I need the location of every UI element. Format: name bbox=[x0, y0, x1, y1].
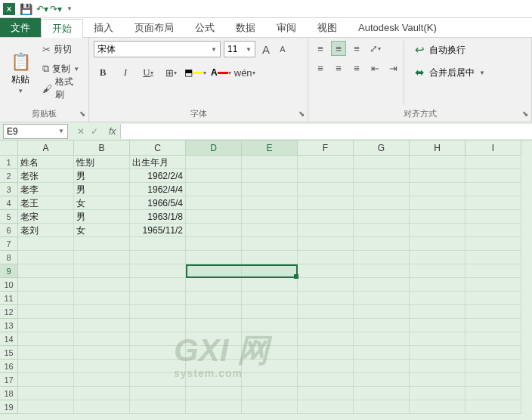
cell[interactable] bbox=[18, 264, 74, 278]
cell[interactable] bbox=[298, 183, 354, 196]
cell[interactable] bbox=[242, 237, 298, 251]
row-header[interactable]: 1 bbox=[0, 156, 18, 169]
decrease-font-button[interactable]: A bbox=[275, 41, 290, 57]
cell[interactable] bbox=[466, 183, 521, 196]
cell[interactable] bbox=[186, 169, 242, 183]
cell[interactable] bbox=[354, 400, 410, 414]
cell[interactable] bbox=[242, 210, 298, 224]
cell[interactable] bbox=[74, 251, 130, 264]
cell[interactable] bbox=[298, 196, 354, 210]
align-middle-button[interactable]: ≡ bbox=[331, 41, 346, 56]
cell[interactable] bbox=[186, 183, 242, 196]
alignment-launcher-icon[interactable]: ⬊ bbox=[522, 110, 528, 118]
cell[interactable] bbox=[466, 373, 521, 387]
cell[interactable] bbox=[242, 156, 298, 169]
increase-indent-button[interactable]: ⇥ bbox=[385, 60, 401, 76]
cell[interactable] bbox=[18, 387, 74, 400]
cell[interactable] bbox=[298, 224, 354, 237]
row-header[interactable]: 18 bbox=[0, 387, 18, 400]
cell[interactable] bbox=[242, 264, 298, 278]
cell[interactable] bbox=[74, 332, 130, 346]
accept-formula-button[interactable]: ✓ bbox=[91, 126, 98, 137]
cell[interactable] bbox=[130, 332, 186, 346]
cell[interactable]: 男 bbox=[74, 169, 130, 183]
tab-view[interactable]: 视图 bbox=[307, 18, 348, 37]
cell[interactable] bbox=[354, 224, 410, 237]
cell[interactable] bbox=[354, 373, 410, 387]
cell[interactable] bbox=[298, 332, 354, 346]
cell[interactable] bbox=[74, 373, 130, 387]
cell[interactable] bbox=[18, 237, 74, 251]
copy-button[interactable]: ⧉复制▼ bbox=[39, 60, 84, 77]
cell[interactable] bbox=[130, 373, 186, 387]
cell[interactable] bbox=[410, 169, 466, 183]
cell[interactable] bbox=[410, 387, 466, 400]
cell[interactable] bbox=[354, 156, 410, 169]
cell[interactable] bbox=[18, 332, 74, 346]
cell[interactable] bbox=[74, 400, 130, 414]
cell[interactable] bbox=[242, 360, 298, 373]
cell[interactable] bbox=[242, 400, 298, 414]
cell[interactable] bbox=[466, 360, 521, 373]
cell[interactable] bbox=[354, 305, 410, 319]
cell[interactable] bbox=[354, 264, 410, 278]
cell[interactable] bbox=[186, 400, 242, 414]
cell[interactable] bbox=[130, 251, 186, 264]
tab-home[interactable]: 开始 bbox=[41, 19, 83, 38]
cell[interactable] bbox=[130, 319, 186, 332]
cell[interactable] bbox=[18, 373, 74, 387]
font-launcher-icon[interactable]: ⬊ bbox=[298, 110, 305, 118]
cell[interactable] bbox=[410, 237, 466, 251]
cell[interactable] bbox=[466, 332, 521, 346]
cell[interactable] bbox=[298, 360, 354, 373]
cell[interactable] bbox=[354, 346, 410, 360]
cell[interactable] bbox=[130, 400, 186, 414]
cell[interactable] bbox=[298, 278, 354, 292]
cell[interactable] bbox=[354, 278, 410, 292]
cell[interactable] bbox=[298, 292, 354, 305]
spreadsheet-grid[interactable]: ABCDEFGHI 12345678910111213141516171819 … bbox=[0, 141, 532, 420]
cell[interactable] bbox=[130, 264, 186, 278]
cell[interactable] bbox=[74, 278, 130, 292]
cell[interactable] bbox=[242, 332, 298, 346]
cut-button[interactable]: ✂剪切 bbox=[39, 41, 84, 57]
cell[interactable]: 1963/1/8 bbox=[130, 210, 186, 224]
cell[interactable] bbox=[410, 210, 466, 224]
cell[interactable] bbox=[410, 400, 466, 414]
cell[interactable] bbox=[410, 305, 466, 319]
column-header[interactable]: H bbox=[410, 141, 466, 156]
cell[interactable] bbox=[298, 319, 354, 332]
cell[interactable] bbox=[298, 264, 354, 278]
paste-button[interactable]: 📋 粘贴 ▼ bbox=[5, 41, 36, 105]
cell[interactable] bbox=[18, 319, 74, 332]
cell[interactable] bbox=[74, 237, 130, 251]
cell[interactable] bbox=[466, 237, 521, 251]
cell[interactable]: 女 bbox=[74, 224, 130, 237]
bold-button[interactable]: B bbox=[94, 63, 112, 82]
cell[interactable] bbox=[410, 251, 466, 264]
cell[interactable] bbox=[186, 373, 242, 387]
cell[interactable] bbox=[466, 224, 521, 237]
row-header[interactable]: 8 bbox=[0, 251, 18, 264]
column-header[interactable]: G bbox=[354, 141, 410, 156]
align-bottom-button[interactable]: ≡ bbox=[349, 41, 364, 56]
fill-color-button[interactable]: ⬒▾ bbox=[184, 67, 206, 78]
cancel-formula-button[interactable]: ✕ bbox=[77, 126, 85, 137]
italic-button[interactable]: I bbox=[116, 63, 135, 82]
row-header[interactable]: 3 bbox=[0, 183, 18, 196]
row-header[interactable]: 14 bbox=[0, 332, 18, 346]
cell[interactable] bbox=[466, 169, 521, 183]
cell[interactable] bbox=[242, 305, 298, 319]
fx-icon[interactable]: fx bbox=[104, 126, 120, 137]
row-header[interactable]: 6 bbox=[0, 224, 18, 237]
cell[interactable] bbox=[354, 292, 410, 305]
row-header[interactable]: 5 bbox=[0, 210, 18, 224]
cell[interactable]: 老李 bbox=[18, 183, 74, 196]
cell[interactable] bbox=[410, 224, 466, 237]
orientation-button[interactable]: ⤢▾ bbox=[367, 41, 382, 56]
tab-page-layout[interactable]: 页面布局 bbox=[124, 18, 184, 37]
merge-center-button[interactable]: ⬌合并后居中▼ bbox=[410, 63, 490, 82]
cell[interactable] bbox=[298, 156, 354, 169]
cell[interactable] bbox=[242, 224, 298, 237]
align-right-button[interactable]: ≡ bbox=[349, 60, 364, 76]
